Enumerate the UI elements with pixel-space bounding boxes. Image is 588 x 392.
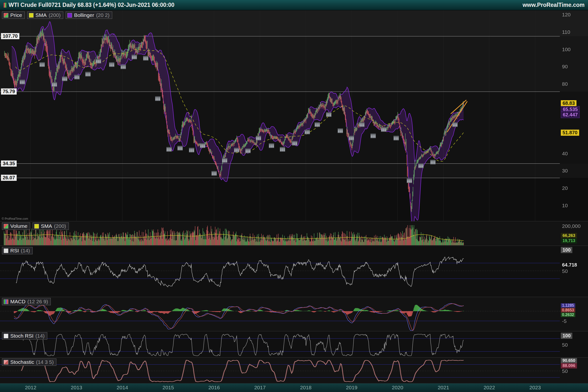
price-axis-tick: 40 xyxy=(562,151,568,156)
legend-sma-200[interactable]: SMA(200) xyxy=(32,222,69,230)
volume-max-label: 200,000 xyxy=(562,223,581,229)
year-label-2016: 2016 xyxy=(208,385,220,390)
rsi-scale-100: 100 xyxy=(561,247,572,253)
price-level-label[interactable]: 26.07 xyxy=(1,175,17,181)
rsi-value-label: 64.718 xyxy=(562,262,577,268)
legend-label: SMA xyxy=(36,12,47,18)
macd-value-1: 0.8653 xyxy=(561,308,575,312)
legend-params: (14) xyxy=(21,248,30,254)
rsi-swatch-icon xyxy=(4,248,8,253)
stochrsi-scale-100: 100 xyxy=(561,333,572,339)
legend-stoch-rsi-14[interactable]: Stoch RSI(14) xyxy=(2,332,47,340)
calendar-icon xyxy=(109,62,114,67)
legend-label: Stoch RSI xyxy=(10,333,34,339)
legend-macd-12-26-9[interactable]: MACD(12 26 9) xyxy=(2,298,51,305)
calendar-icon xyxy=(120,64,126,69)
legend-stochastic-14-3-5[interactable]: Stochastic(14 3 5) xyxy=(2,358,56,366)
legend-volume[interactable]: Volume xyxy=(2,222,30,230)
price-level-label[interactable]: 34.35 xyxy=(1,160,17,166)
year-label-2021: 2021 xyxy=(438,385,449,390)
calendar-icon xyxy=(132,55,137,59)
year-label-2019: 2019 xyxy=(346,385,358,390)
stochrsi-swatch-icon xyxy=(4,334,8,338)
legend-label: Bollinger xyxy=(74,12,94,18)
legend-params: (14 3 5) xyxy=(36,359,54,365)
stochastic-d-label: 90.650 xyxy=(561,358,577,363)
calendar-icon xyxy=(143,56,148,60)
legend-price[interactable]: Price xyxy=(2,12,25,19)
title-bar: WTI Crude Full0721 Daily 68.83 (+1.64%) … xyxy=(0,0,588,10)
calendar-icon xyxy=(326,112,332,117)
calendar-icon xyxy=(349,136,354,140)
calendar-icon xyxy=(256,136,261,140)
sma-swatch-icon xyxy=(34,224,39,228)
calendar-icon xyxy=(234,148,239,152)
legend-bollinger-20-2[interactable]: Bollinger(20 2) xyxy=(66,12,112,19)
price-swatch-icon xyxy=(4,13,8,18)
legend-params: (12 26 9) xyxy=(28,299,48,304)
legend-rsi-14[interactable]: RSI(14) xyxy=(2,247,32,254)
price-axis-tick: 80 xyxy=(562,81,568,87)
price-axis-tick: 120 xyxy=(562,12,570,18)
legend-label: SMA xyxy=(41,223,52,229)
legend-label: Volume xyxy=(10,223,28,229)
calendar-icon xyxy=(292,141,298,146)
macd-scale-minus5: -5 xyxy=(562,318,567,324)
bollinger-swatch-icon xyxy=(68,13,72,18)
legend-sma-200[interactable]: SMA(200) xyxy=(27,12,64,19)
calendar-icon xyxy=(40,62,45,67)
legend-params: (200) xyxy=(54,223,66,229)
calendar-icon xyxy=(280,147,285,152)
calendar-icon xyxy=(20,80,25,84)
calendar-icon xyxy=(74,75,80,80)
calendar-icon xyxy=(418,164,424,168)
price-level-label[interactable]: 107.70 xyxy=(1,33,19,39)
watermark: © ProRealTime.com xyxy=(2,217,28,220)
year-label-2014: 2014 xyxy=(116,385,128,390)
legend-params: (14) xyxy=(36,333,44,339)
trading-platform-window: WTI Crude Full0721 Daily 68.83 (+1.64%) … xyxy=(0,0,588,392)
calendar-icon xyxy=(314,122,320,127)
sma-swatch-icon xyxy=(29,13,34,18)
time-axis-strip[interactable] xyxy=(0,384,588,392)
rsi-scale-50: 50 xyxy=(562,268,568,274)
stochastic-scale-50: 50 xyxy=(562,368,568,374)
legend-label: MACD xyxy=(10,299,26,304)
calendar-icon xyxy=(52,82,57,87)
calendar-icon xyxy=(212,171,217,176)
calendar-icon xyxy=(407,178,412,183)
legend-row: Stochastic(14 3 5) xyxy=(2,358,56,366)
year-label-2017: 2017 xyxy=(254,385,266,390)
price-axis-tick: 110 xyxy=(562,29,570,35)
price-axis-tick: 10 xyxy=(562,202,568,208)
legend-row: RSI(14) xyxy=(2,247,32,254)
calendar-icon xyxy=(62,76,68,81)
calendar-icon xyxy=(338,128,343,133)
year-label-2023: 2023 xyxy=(530,385,541,390)
calendar-icon xyxy=(178,146,183,150)
price-axis-tick: 100 xyxy=(562,46,570,52)
price-tag-68.83: 68.83 xyxy=(561,100,576,106)
chart-canvas[interactable] xyxy=(0,0,588,392)
stochastic-swatch-icon xyxy=(4,360,8,364)
year-label-2020: 2020 xyxy=(392,385,403,390)
calendar-icon xyxy=(200,143,205,148)
legend-label: RSI xyxy=(10,248,19,254)
volume-last-label: 19,713 xyxy=(561,238,577,244)
legend-row: Stoch RSI(14) xyxy=(2,332,47,340)
calendar-icon xyxy=(269,143,274,148)
calendar-icon xyxy=(222,158,227,163)
calendar-icon xyxy=(166,147,172,152)
calendar-icon xyxy=(245,148,251,153)
price-level-label[interactable]: 75.79 xyxy=(1,88,17,94)
price-tag-51.870: 51.870 xyxy=(561,130,579,136)
calendar-icon xyxy=(189,148,194,152)
instrument-candle-icon xyxy=(4,2,6,8)
year-label-2015: 2015 xyxy=(162,385,174,390)
legend-label: Stochastic xyxy=(10,359,34,365)
stochastic-k-label: 88.096 xyxy=(561,363,577,368)
site-link[interactable]: www.ProRealTime.com xyxy=(522,2,584,8)
legend-row: MACD(12 26 9) xyxy=(2,298,51,305)
year-label-2022: 2022 xyxy=(484,385,495,390)
price-axis-tick: 30 xyxy=(562,168,568,174)
